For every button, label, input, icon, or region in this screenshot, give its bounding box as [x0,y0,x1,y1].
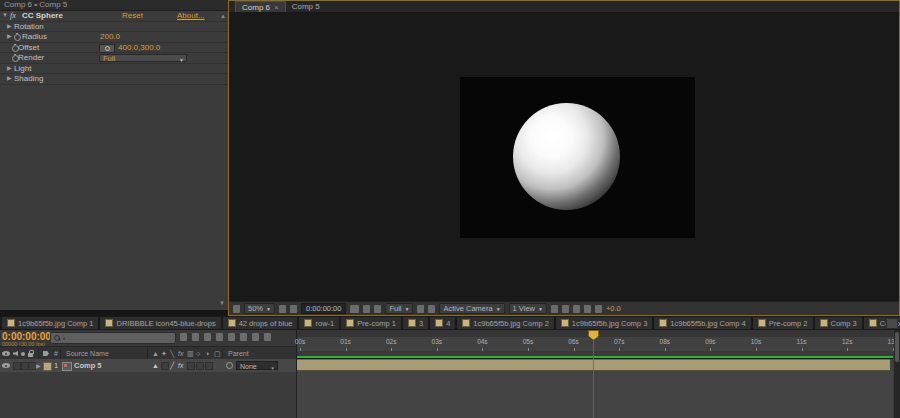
ruler-label: 02s [380,338,402,345]
ruler-label: 03s [426,338,448,345]
panel-menu-icon[interactable] [886,318,898,329]
radius-label[interactable]: Radius [22,32,47,42]
mini-flowchart-icon[interactable] [584,305,591,313]
layer-visibility-eye-icon[interactable] [2,363,10,368]
camera-view-select[interactable]: Active Camera ▼ [439,303,504,314]
exposure-value[interactable]: +0.0 [606,304,621,313]
draft-3d-icon[interactable] [192,333,199,341]
about-link[interactable]: About... [177,11,205,21]
exposure-icon[interactable] [595,305,602,313]
comp-icon [105,319,113,327]
brainstorm-icon[interactable] [240,333,247,341]
snapshot-camera-icon[interactable] [350,305,359,313]
scroll-down-icon[interactable]: ▼ [219,300,225,306]
project-tab[interactable]: DRIBBBLE icon45-blue-drops [100,317,220,329]
auto-keyframe-icon[interactable] [252,333,259,341]
expand-arrow-icon[interactable]: ▶ [7,74,12,84]
timeline-search-input[interactable]: ▼ [50,332,176,344]
zoom-select[interactable]: 50% ▼ [244,303,275,314]
rotation-label[interactable]: Rotation [14,22,44,32]
pixel-aspect-icon[interactable] [562,305,569,313]
frame-blending-icon[interactable] [216,333,223,341]
safe-margins-icon[interactable] [279,305,286,313]
layer-fx-switch[interactable]: fx [178,359,183,372]
expand-arrow-icon[interactable]: ▶ [7,64,12,74]
region-of-interest-icon[interactable] [417,305,424,313]
render-label[interactable]: Render [18,53,44,63]
project-tab[interactable]: 1c9b65f5b.jpg Comp 4 [654,317,750,329]
project-tab[interactable]: Comp 3 [815,317,862,329]
expand-arrow-icon[interactable]: ▶ [7,22,12,32]
stopwatch-icon[interactable] [14,34,21,41]
transparency-grid-icon[interactable] [428,305,435,313]
comp-flowchart-icon[interactable] [180,333,187,341]
hide-shy-layers-icon[interactable] [204,333,211,341]
project-tab[interactable]: 42 drops of blue [223,317,298,329]
audio-column-speaker-icon[interactable] [13,351,18,356]
radius-row: ▶ Radius 200.0 [0,32,228,43]
fast-preview-icon[interactable] [573,305,580,313]
composition-viewer[interactable] [229,12,899,302]
mask-visibility-icon[interactable] [290,305,297,313]
dropdown-arrow-icon: ▼ [405,306,410,312]
render-dropdown[interactable]: Full ▼ [99,54,187,62]
layer-name[interactable]: Comp 5 [74,361,102,370]
layer-expand-arrow-icon[interactable]: ▶ [36,362,41,369]
layer-shy-switch[interactable]: ▲ [152,359,159,372]
show-channels-icon[interactable] [374,305,381,313]
offset-point-button[interactable] [99,44,115,53]
dropdown-arrow-icon: ▼ [266,306,271,312]
reset-button[interactable]: Reset [122,11,143,21]
comp-tab-active[interactable]: Comp 6 × [235,1,286,12]
comp-icon [561,319,569,327]
radius-value[interactable]: 200.0 [100,32,120,42]
motion-blur-icon[interactable] [228,333,235,341]
layer-row[interactable]: ▶ 1 Comp 5 ▲ ╱ fx None ▼ [0,359,296,373]
show-snapshot-icon[interactable] [363,305,370,313]
lock-column-icon[interactable] [28,353,33,357]
project-tab[interactable]: row-1 [299,317,339,329]
project-tab[interactable]: 1c9b65f5b.jpg Comp 2 [457,317,553,329]
time-ruler[interactable]: 00s01s02s03s04s05s06s07s08s09s10s11s12s1… [297,337,893,352]
video-column-eye-icon[interactable] [2,351,10,356]
label-column-icon[interactable] [43,351,49,356]
effect-name[interactable]: CC Sphere [22,11,63,21]
project-tab[interactable]: 1c9b65f5b.jpg Comp 3 [556,317,652,329]
project-tab[interactable]: 4 [430,317,455,329]
layer-adjustment-switch[interactable] [205,362,213,370]
layer-motion-blur-switch[interactable] [196,362,204,370]
column-divider [147,348,148,359]
resolution-select[interactable]: Full ▼ [385,303,413,314]
viewer-timecode[interactable]: 0:00:00:00 [301,303,346,314]
layer-quality-switch[interactable]: ╱ [170,359,174,372]
offset-label[interactable]: Offset [18,43,39,53]
parent-pickwhip-icon[interactable] [226,362,233,369]
solo-column-icon[interactable] [21,352,25,356]
lock-toggle[interactable] [28,362,36,370]
grid-guides-icon[interactable] [551,305,558,313]
collapse-arrow-icon[interactable]: ▼ [2,11,8,21]
parent-dropdown[interactable]: None ▼ [236,361,278,370]
graph-editor-icon[interactable] [264,333,271,341]
comp-tab[interactable]: Comp 5 [286,2,326,12]
effect-controls-tab[interactable]: Comp 6 • Comp 5 [0,0,228,11]
layer-collapse-switch[interactable] [161,362,169,370]
project-tab[interactable]: Pre-comp 1 [341,317,401,329]
view-layout-select[interactable]: 1 View ▼ [509,303,547,314]
expand-arrow-icon[interactable]: ▶ [7,32,12,42]
light-label[interactable]: Light [14,64,31,74]
project-tab-label: 4 [446,319,450,328]
shading-label[interactable]: Shading [14,74,43,84]
offset-row: Offset 400.0,300.0 [0,43,228,54]
scroll-up-icon[interactable]: ▲ [220,12,226,22]
layer-frame-blend-switch[interactable] [187,362,195,370]
magnification-icon[interactable] [233,305,240,313]
layer-label-chip[interactable] [43,362,52,371]
project-tab[interactable]: 3 [403,317,428,329]
project-tab[interactable]: 1c9b65f5b.jpg Comp 1 [2,317,98,329]
audio-toggle[interactable] [13,362,21,370]
close-icon[interactable]: × [274,3,279,12]
project-tab[interactable]: Pre-comp 2 [753,317,813,329]
offset-value[interactable]: 400.0,300.0 [118,43,160,53]
timeline-scrollbar[interactable] [894,330,900,418]
